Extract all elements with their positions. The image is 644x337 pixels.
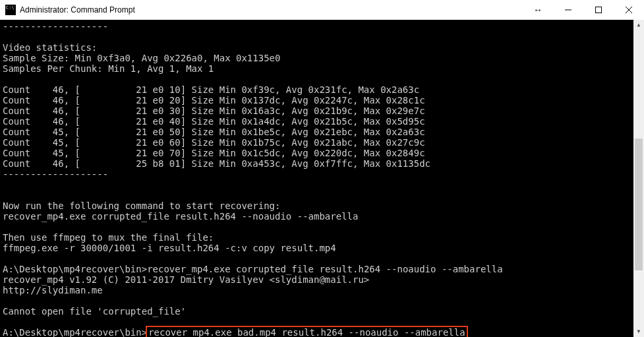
titlebar[interactable]: Administrator: Command Prompt ↔: [0, 0, 644, 20]
scrollbar-thumb[interactable]: [635, 138, 643, 270]
close-button[interactable]: [614, 0, 644, 20]
window-title: Administrator: Command Prompt: [20, 5, 135, 15]
prompt: A:\Desktop\mp4recover\bin>: [3, 327, 147, 337]
window-controls: [553, 0, 644, 20]
count-line: Count 45, [ 21 e0 50] Size Min 0x1be5c, …: [3, 127, 425, 137]
count-line: Count 46, [ 25 b8 01] Size Min 0xa453c, …: [3, 158, 430, 169]
entered-command: recover_mp4.exe corrupted_file result.h2…: [147, 264, 502, 274]
scroll-up-arrow[interactable]: ▲: [633, 20, 644, 30]
maximize-button[interactable]: [583, 0, 614, 20]
cmd-icon: [5, 5, 16, 15]
instruction-line: Now run the following command to start r…: [3, 200, 280, 211]
highlighted-command[interactable]: recover_mp4.exe bad.mp4 result.h264 --no…: [146, 326, 467, 337]
svg-rect-1: [596, 7, 602, 13]
samples-per-chunk-line: Samples Per Chunk: Min 1, Avg 1, Max 1: [3, 63, 214, 74]
count-line: Count 46, [ 21 e0 20] Size Min 0x137dc, …: [3, 95, 425, 106]
separator: -------------------: [3, 21, 108, 32]
count-line: Count 46, [ 21 e0 10] Size Min 0xf39c, A…: [3, 84, 419, 95]
count-line: Count 46, [ 21 e0 30] Size Min 0x16a3c, …: [3, 106, 425, 116]
minimize-button[interactable]: [553, 0, 583, 20]
count-line: Count 46, [ 21 e0 40] Size Min 0x1a4dc, …: [3, 116, 425, 127]
error-line: Cannot open file 'corrupted_file': [3, 306, 186, 317]
video-stats-header: Video statistics:: [3, 42, 97, 53]
sample-size-line: Sample Size: Min 0xf3a0, Avg 0x226a0, Ma…: [3, 53, 280, 63]
command-prompt-window: Administrator: Command Prompt ↔ --------…: [0, 0, 644, 337]
vertical-scrollbar[interactable]: ▲ ▼: [633, 20, 644, 337]
count-line: Count 45, [ 21 e0 60] Size Min 0x1b75c, …: [3, 137, 425, 148]
resize-indicator-icon: ↔: [523, 5, 553, 15]
suggested-command: recover_mp4.exe corrupted_file result.h2…: [3, 211, 358, 222]
url-line: http://slydiman.me: [3, 285, 103, 295]
separator: -------------------: [3, 169, 108, 179]
prompt: A:\Desktop\mp4recover\bin>: [3, 264, 147, 274]
count-line: Count 45, [ 21 e0 70] Size Min 0x1c5dc, …: [3, 148, 425, 158]
terminal-output[interactable]: ------------------- Video statistics: Sa…: [0, 20, 644, 337]
suggested-command: ffmpeg.exe -r 30000/1001 -i result.h264 …: [3, 243, 336, 253]
instruction-line: Then use ffmpeg to mux the final file:: [3, 232, 214, 243]
version-line: recover_mp4 v1.92 (C) 2011-2017 Dmitry V…: [3, 274, 369, 285]
scroll-down-arrow[interactable]: ▼: [633, 326, 644, 337]
